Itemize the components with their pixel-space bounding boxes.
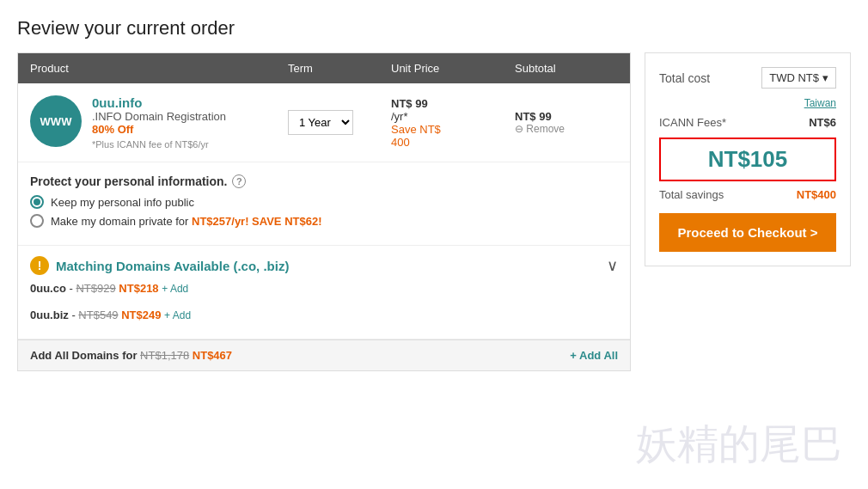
save-amount: 400 <box>391 136 515 149</box>
product-info: WWW 0uu.info .INFO Domain Registration 8… <box>30 95 288 150</box>
checkout-button[interactable]: Proceed to Checkout > <box>659 213 836 252</box>
radio-green-icon <box>30 195 44 209</box>
order-sidebar: Total cost TWD NT$ ▾ Taiwan ICANN Fees* … <box>645 52 851 266</box>
add-co-link[interactable]: + Add <box>162 283 188 295</box>
icann-fees-label: ICANN Fees* <box>659 116 726 129</box>
radio-inner <box>34 199 40 205</box>
product-details: 0uu.info .INFO Domain Registration 80% O… <box>92 95 226 150</box>
main-layout: Product Term Unit Price Subtotal WWW 0uu… <box>17 52 851 371</box>
currency-select[interactable]: TWD NT$ ▾ <box>761 67 836 89</box>
table-header: Product Term Unit Price Subtotal <box>18 53 630 83</box>
product-section: WWW 0uu.info .INFO Domain Registration 8… <box>18 83 630 162</box>
domain-co-name: 0uu.co <box>30 282 66 295</box>
subtotal-cell: NT$ 99 Remove <box>515 110 618 135</box>
list-item: 0uu.biz - NT$549 NT$249 + Add <box>30 302 618 328</box>
domain-biz-new-price: NT$249 <box>121 309 161 321</box>
discount-badge: 80% Off <box>92 123 226 136</box>
list-item: 0uu.co - NT$929 NT$218 + Add <box>30 275 618 302</box>
domain-type: .INFO Domain Registration <box>92 110 226 123</box>
savings-label: Total savings <box>659 188 724 201</box>
product-row: WWW 0uu.info .INFO Domain Registration 8… <box>30 95 618 150</box>
currency-value: TWD NT$ <box>769 71 819 84</box>
add-all-label: Add All Domains for <box>30 349 137 362</box>
savings-value: NT$400 <box>797 188 836 201</box>
page-title: Review your current order <box>17 17 851 40</box>
term-select[interactable]: 1 Year <box>288 110 353 135</box>
privacy-title: Protect your personal information. ? <box>30 174 618 188</box>
total-amount-value: NT$105 <box>708 146 788 172</box>
add-all-info: Add All Domains for NT$1,178 NT$467 <box>30 349 232 362</box>
col-product: Product <box>30 62 288 75</box>
total-cost-row: Total cost TWD NT$ ▾ <box>659 67 836 89</box>
domain-biz-old-price: NT$549 <box>78 309 118 321</box>
option-private-label: Make my domain private for NT$257/yr! SA… <box>51 215 322 228</box>
option-private-prefix: Make my domain private for <box>51 215 192 228</box>
save-label: Save NT$ <box>391 123 515 136</box>
warning-icon: ! <box>30 256 49 275</box>
savings-row: Total savings NT$400 <box>659 188 836 201</box>
add-all-bar: Add All Domains for NT$1,178 NT$467 + Ad… <box>18 339 630 370</box>
order-table: Product Term Unit Price Subtotal WWW 0uu… <box>17 52 631 371</box>
privacy-title-text: Protect your personal information. <box>30 174 227 188</box>
radio-private[interactable]: Make my domain private for NT$257/yr! SA… <box>30 214 618 228</box>
domain-co-old-price: NT$929 <box>76 282 115 295</box>
price-main: NT$ 99 <box>391 97 515 110</box>
region-link[interactable]: Taiwan <box>659 97 836 109</box>
add-all-old-total: NT$1,178 <box>140 349 189 362</box>
col-unit-price: Unit Price <box>391 62 515 75</box>
icann-note: *Plus ICANN fee of NT$6/yr <box>92 139 226 150</box>
icann-row: ICANN Fees* NT$6 <box>659 116 836 129</box>
domain-biz-name: 0uu.biz <box>30 309 69 321</box>
matching-title: ! Matching Domains Available (.co, .biz) <box>30 256 289 275</box>
unit-price-cell: NT$ 99 /yr* Save NT$ 400 <box>391 97 515 149</box>
remove-button[interactable]: Remove <box>515 123 618 135</box>
total-cost-label: Total cost <box>659 71 710 85</box>
help-icon[interactable]: ? <box>232 174 246 188</box>
matching-title-text: Matching Domains Available (.co, .biz) <box>56 259 289 273</box>
option-public-label: Keep my personal info public <box>51 196 194 209</box>
collapse-chevron-icon[interactable]: ∨ <box>607 256 618 275</box>
currency-arrow-icon: ▾ <box>822 71 828 84</box>
matching-section: ! Matching Domains Available (.co, .biz)… <box>18 246 630 339</box>
privacy-section: Protect your personal information. ? Kee… <box>18 162 630 246</box>
icann-fees-value: NT$6 <box>809 116 836 129</box>
domain-name: 0uu.info <box>92 95 226 110</box>
matching-header: ! Matching Domains Available (.co, .biz)… <box>30 256 618 275</box>
add-all-new-total: NT$467 <box>193 349 232 362</box>
term-cell: 1 Year <box>288 110 391 135</box>
price-period: /yr* <box>391 110 515 123</box>
total-amount-box: NT$105 <box>659 138 836 181</box>
www-icon: WWW <box>30 95 82 147</box>
option-private-highlight: NT$257/yr! SAVE NT$62! <box>192 215 322 228</box>
radio-empty-icon <box>30 214 44 228</box>
add-biz-link[interactable]: + Add <box>164 309 191 321</box>
col-term: Term <box>288 62 391 75</box>
domain-co-new-price: NT$218 <box>119 282 158 295</box>
radio-public[interactable]: Keep my personal info public <box>30 195 618 209</box>
add-all-button[interactable]: + Add All <box>570 349 618 362</box>
col-subtotal: Subtotal <box>515 62 618 75</box>
subtotal-value: NT$ 99 <box>515 110 618 123</box>
